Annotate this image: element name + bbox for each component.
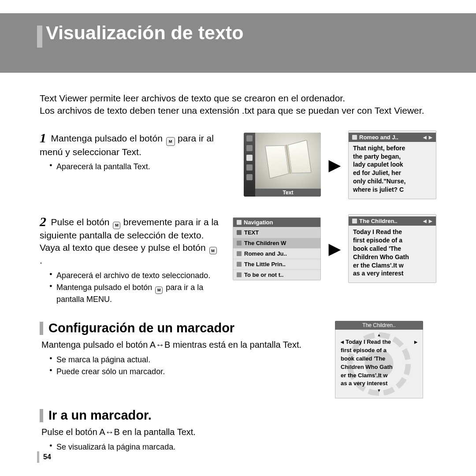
arrow-right-icon: ▶ xyxy=(329,240,340,257)
nav-right-icon: ▶ xyxy=(429,135,432,140)
file-icon xyxy=(237,241,242,245)
tp-title: Romeo and J.. xyxy=(359,134,398,141)
step-1-number: 1 xyxy=(40,130,46,145)
bm-line: as a very interest xyxy=(341,379,417,388)
tp-line: the party began, xyxy=(353,152,431,161)
nav-title: Navigation xyxy=(244,219,273,226)
step-2-pre: Pulse el botón xyxy=(51,217,112,227)
bm-line: book called 'The xyxy=(341,355,417,363)
bm-line: er the Clams'.It w xyxy=(341,372,417,380)
nav-left-icon: ◀ xyxy=(341,339,344,345)
file-icon xyxy=(237,272,242,277)
book-icon xyxy=(352,135,357,140)
page-number-bar xyxy=(37,451,39,463)
step-2-bullet-2: Mantenga pulsado el botón M para ir a la… xyxy=(49,282,219,305)
tp-line: er the Clams'.It w xyxy=(353,261,431,270)
bm-line: Children Who Gath xyxy=(341,363,417,372)
device-screen-text-menu: Text xyxy=(244,133,321,197)
section-accent-bar xyxy=(40,322,43,335)
m-button-icon: M xyxy=(209,247,217,254)
section-bullet: Se marca la página actual. xyxy=(49,354,322,365)
header-band: Visualización de texto xyxy=(0,13,476,73)
tp-line: lady capulet look xyxy=(353,160,431,169)
text-reader-panel-children: The Children.. ◀ ▶ Today I Read the firs… xyxy=(348,214,436,283)
step-1-bullet: Aparecerá la pantalla Text. xyxy=(49,161,219,172)
tp-line: book called 'The xyxy=(353,245,431,253)
tp-line: ed for Juliet, her xyxy=(353,169,431,177)
header-accent-bar xyxy=(37,26,42,48)
arrow-right-icon: ▶ xyxy=(329,156,340,174)
bm-line: Today I Read the xyxy=(344,338,414,346)
intro-text: Text Viewer permite leer archivos de tex… xyxy=(40,92,436,117)
page-number: 54 xyxy=(43,453,51,461)
step-2-number: 2 xyxy=(40,214,46,229)
section-title: Configuración de un marcador xyxy=(48,321,234,335)
tp-line: first episode of a xyxy=(353,236,431,245)
nav-row: Romeo and Ju.. xyxy=(244,250,287,257)
file-icon xyxy=(237,251,242,256)
m-button-icon: M xyxy=(113,222,120,229)
tp-line: only child."Nurse, xyxy=(353,177,431,186)
tp-line: where is juliet? C xyxy=(353,186,431,194)
navigation-panel: Navigation TEXT The Children W Romeo and… xyxy=(233,217,321,280)
section-body: Mantenga pulsado el botón A↔B mientras e… xyxy=(40,339,322,351)
nav-icon xyxy=(237,220,242,225)
content-area: Text Viewer permite leer archivos de tex… xyxy=(0,73,476,453)
nav-left-icon: ◀ xyxy=(423,219,427,223)
scroll-up-icon: ▲ xyxy=(341,333,417,337)
tp-line: That night, before xyxy=(353,144,431,152)
step-2-bullet-1: Aparecerá el archivo de texto selecciona… xyxy=(49,270,219,281)
sidebar-icon xyxy=(246,174,253,180)
tp-line: Children Who Gath xyxy=(353,253,431,261)
section-body: Pulse el botón A↔B en la pantalla Text. xyxy=(40,426,436,438)
file-icon xyxy=(237,262,242,267)
device-footer-label: Text xyxy=(255,189,321,197)
step-1: 1 Mantenga pulsado el botón M para ir al… xyxy=(40,130,436,199)
nav-left-icon: ◀ xyxy=(423,135,427,140)
open-book-icon xyxy=(265,141,311,178)
m-button-icon: M xyxy=(166,137,175,146)
step-1-pre: Mantenga pulsado el botón xyxy=(51,133,165,143)
section-accent-bar xyxy=(40,409,43,422)
section-bookmark-goto: Ir a un marcador. Pulse el botón A↔B en … xyxy=(40,408,436,452)
sidebar-icon xyxy=(246,145,253,151)
folder-icon xyxy=(237,230,242,235)
tp-line: Today I Read the xyxy=(353,228,431,236)
nav-row: The Children W xyxy=(244,240,286,246)
tp-title: The Children.. xyxy=(359,218,398,224)
intro-line-1: Text Viewer permite leer archivos de tex… xyxy=(40,92,436,104)
step-2: 2 Pulse el botón M brevemente para ir a … xyxy=(40,214,436,306)
nav-row: TEXT xyxy=(244,229,259,236)
section-bookmark-set: Configuración de un marcador Mantenga pu… xyxy=(40,321,436,398)
bookmark-screen: The Children.. ▲ ◀Today I Read the▶ firs… xyxy=(335,321,423,398)
bookmark-title: The Children.. xyxy=(362,322,395,328)
sidebar-text-icon xyxy=(246,155,253,161)
step-2-post: . xyxy=(40,255,42,265)
nav-right-icon: ▶ xyxy=(414,339,417,345)
scroll-down-icon: ▼ xyxy=(341,389,417,393)
nav-right-icon: ▶ xyxy=(429,219,432,223)
sidebar-icon xyxy=(246,164,253,171)
section-bullet: Se visualizará la página marcada. xyxy=(49,442,436,452)
m-button-icon: M xyxy=(155,286,163,294)
section-title: Ir a un marcador. xyxy=(48,408,152,423)
nav-row: To be or not t.. xyxy=(244,271,283,278)
nav-row: The Little Prin.. xyxy=(244,261,286,268)
intro-line-2: Los archivos de texto deben tener una ex… xyxy=(40,104,436,117)
page-title: Visualización de texto xyxy=(46,22,243,44)
tp-line: as a very interest xyxy=(353,269,431,278)
text-reader-panel-romeo: Romeo and J.. ◀ ▶ That night, before the… xyxy=(348,130,436,199)
sidebar-icon xyxy=(246,135,253,141)
book-icon xyxy=(352,219,357,223)
section-bullet: Puede crear sólo un marcador. xyxy=(49,366,322,377)
bm-line: first episode of a xyxy=(341,346,417,355)
